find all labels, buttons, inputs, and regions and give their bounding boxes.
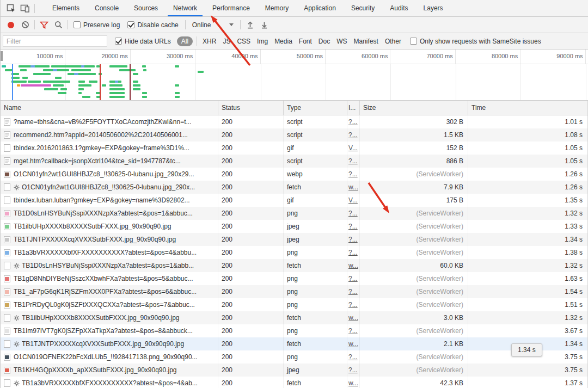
request-row[interactable]: TB1D0sLnHSYBuNjSspiXXXNzpXa?abtest=&pos=…	[1, 259, 587, 272]
filter-type-xhr[interactable]: XHR	[199, 38, 219, 45]
filter-type-font[interactable]: Font	[296, 38, 315, 45]
filter-type-other[interactable]: Other	[382, 38, 405, 45]
device-toolbar-icon[interactable]	[18, 2, 32, 15]
request-name-cell[interactable]: TB1TJNTPXXXXXcqXVXXSutbFXXX.jpg_90x90q90…	[1, 233, 218, 246]
request-name-cell[interactable]: recommend2.htm?appId=20140506002%2C20140…	[1, 128, 218, 141]
initiator-link[interactable]: V...	[348, 144, 358, 152]
request-name-cell[interactable]: O1CN019OFNEK22bFcXdLUb5_!!928417138.png_…	[1, 350, 218, 364]
request-name-cell[interactable]: TB1a3bVRXXXXXbfXFXXXXXXXXXX?abtest=&pos=…	[1, 246, 218, 259]
tab-network[interactable]: Network	[166, 0, 205, 16]
clear-button[interactable]	[18, 19, 32, 32]
initiator-link[interactable]: ?...	[348, 366, 358, 374]
column-header-type[interactable]: Type	[284, 101, 347, 115]
tab-application[interactable]: Application	[296, 0, 344, 16]
request-row[interactable]: O1CN019OFNEK22bFcXdLUb5_!!928417138.png_…	[1, 350, 587, 364]
tab-sources[interactable]: Sources	[126, 0, 166, 16]
request-name-cell[interactable]: TB1gD8NhDIYBeNjSszcXXbwhFXa?abtest=&pos=…	[1, 272, 218, 285]
request-row[interactable]: TB1TJNTPXXXXXcqXVXXSutbFXXX.jpg_90x90q90…	[1, 233, 587, 246]
request-row[interactable]: tbindex.2016201863.1?gmkey=EXP&gokey=fra…	[1, 141, 587, 155]
request-row[interactable]: tbindex.luban.luban?gmkey=EXP&gokey=name…	[1, 194, 587, 207]
initiator-link[interactable]: ?...	[348, 275, 358, 282]
request-row[interactable]: TB1PrRDyQL0gK0jSZFtXXXQCXXa?abtest=&pos=…	[1, 298, 587, 311]
request-row[interactable]: TB1TJNTPXXXXXcqXVXXSutbFXXX.jpg_90x90q90…	[1, 337, 587, 350]
initiator-link[interactable]: w...	[348, 340, 358, 348]
initiator-link[interactable]: V...	[348, 196, 358, 204]
request-row[interactable]: TB1_aF7pG6qK1RjSZFmXXX0PFXa?abtest=&pos=…	[1, 285, 587, 298]
filter-type-all[interactable]: All	[177, 36, 193, 46]
initiator-link[interactable]: ?...	[348, 157, 358, 165]
request-row[interactable]: O1CN01yfn2wt1GUI8HBJZc8_!!30625-0-lubanu…	[1, 168, 587, 181]
filter-type-manifest[interactable]: Manifest	[351, 38, 382, 45]
initiator-link[interactable]: ?...	[348, 210, 358, 217]
search-icon[interactable]	[51, 19, 65, 32]
column-header-i[interactable]: I...	[347, 101, 360, 115]
request-row[interactable]: recommend2.htm?appId=20140506002%2C20140…	[1, 128, 587, 141]
column-header-name[interactable]: Name	[1, 101, 218, 115]
tab-layers[interactable]: Layers	[416, 0, 451, 16]
inspect-element-icon[interactable]	[4, 2, 18, 15]
request-row[interactable]: mget.htm?callback=jsonpXctrl104&tce_sid=…	[1, 155, 587, 168]
request-row[interactable]: TB1a3bVRXXXXXbfXFXXXXXXXXXX?abtest=&pos=…	[1, 246, 587, 259]
initiator-link[interactable]: ?...	[348, 353, 358, 361]
request-name-cell[interactable]: TB1Im97IVT7gK0jSZFpXXaTkpXa?abtest=&pos=…	[1, 324, 218, 337]
request-name-cell[interactable]: O1CN01yfn2wt1GUI8HBJZc8_!!30625-0-lubanu…	[1, 181, 218, 194]
request-name-cell[interactable]: TB1D0sLnHSYBuNjSspiXXXNzpXa?abtest=&pos=…	[1, 207, 218, 220]
initiator-link[interactable]: ?...	[348, 236, 358, 243]
initiator-link[interactable]: w...	[348, 262, 358, 269]
initiator-link[interactable]: ?...	[348, 170, 358, 178]
filter-type-doc[interactable]: Doc	[315, 38, 333, 45]
initiator-link[interactable]: w...	[348, 314, 358, 322]
preserve-log-checkbox[interactable]	[74, 21, 81, 28]
request-name-cell[interactable]: TB1KH4GQpXXXXb_apXXSutbFXXX.jpg_90x90q90…	[1, 364, 218, 377]
request-row[interactable]: ?name=tbhs&cna=vB%2F5FOYTTXoCAcomzjthZKw…	[1, 115, 587, 128]
filter-toggle-icon[interactable]	[37, 19, 51, 32]
request-name-cell[interactable]: mget.htm?callback=jsonpXctrl104&tce_sid=…	[1, 155, 218, 168]
filter-type-js[interactable]: JS	[219, 38, 234, 45]
request-name-cell[interactable]: TB1D0sLnHSYBuNjSspiXXXNzpXa?abtest=&pos=…	[1, 259, 218, 272]
initiator-link[interactable]: ?...	[348, 223, 358, 230]
initiator-link[interactable]: ?...	[348, 288, 358, 295]
initiator-link[interactable]: ?...	[348, 118, 358, 126]
request-name-cell[interactable]: TB1TJNTPXXXXXcqXVXXSutbFXXX.jpg_90x90q90…	[1, 337, 218, 350]
throttling-dropdown[interactable]: Online	[188, 21, 238, 29]
column-header-status[interactable]: Status	[218, 101, 284, 115]
tab-audits[interactable]: Audits	[382, 0, 415, 16]
tab-performance[interactable]: Performance	[205, 0, 258, 16]
request-name-cell[interactable]: tbindex.luban.luban?gmkey=EXP&gokey=name…	[1, 194, 218, 207]
request-row[interactable]: TB1D0sLnHSYBuNjSspiXXXNzpXa?abtest=&pos=…	[1, 207, 587, 220]
request-name-cell[interactable]: tbindex.2016201863.1?gmkey=EXP&gokey=fra…	[1, 141, 218, 155]
request-name-cell[interactable]: TB1a3bVRXXXXXbfXFXXXXXXXXXX?abtest=&pos=…	[1, 377, 218, 388]
tab-elements[interactable]: Elements	[45, 0, 87, 16]
request-row[interactable]: TB1Im97IVT7gK0jSZFpXXaTkpXa?abtest=&pos=…	[1, 324, 587, 337]
request-name-cell[interactable]: TB1_aF7pG6qK1RjSZFmXXX0PFXa?abtest=&pos=…	[1, 285, 218, 298]
filter-type-ws[interactable]: WS	[333, 38, 350, 45]
request-row[interactable]: TB1ilbUHpXXXXb8XXXXSutbFXXX.jpg_90x90q90…	[1, 220, 587, 233]
request-row[interactable]: TB1KH4GQpXXXXb_apXXSutbFXXX.jpg_90x90q90…	[1, 364, 587, 377]
initiator-link[interactable]: w...	[348, 379, 358, 387]
column-header-size[interactable]: Size	[360, 101, 468, 115]
request-name-cell[interactable]: ?name=tbhs&cna=vB%2F5FOYTTXoCAcomzjthZKw…	[1, 115, 218, 128]
initiator-link[interactable]: w...	[348, 183, 358, 191]
request-name-cell[interactable]: O1CN01yfn2wt1GUI8HBJZc8_!!30625-0-lubanu…	[1, 168, 218, 181]
request-row[interactable]: TB1ilbUHpXXXXb8XXXXSutbFXXX.jpg_90x90q90…	[1, 311, 587, 324]
export-har-icon[interactable]	[257, 19, 271, 32]
disable-cache-checkbox[interactable]	[127, 21, 134, 28]
filter-type-img[interactable]: Img	[254, 38, 271, 45]
filter-input[interactable]	[3, 35, 107, 47]
request-name-cell[interactable]: TB1ilbUHpXXXXb8XXXXSutbFXXX.jpg_90x90q90…	[1, 311, 218, 324]
column-header-time[interactable]: Time	[468, 101, 588, 115]
record-button[interactable]	[4, 19, 18, 32]
filter-type-media[interactable]: Media	[271, 38, 296, 45]
request-row[interactable]: TB1a3bVRXXXXXbfXFXXXXXXXXXX?abtest=&pos=…	[1, 377, 587, 388]
request-name-cell[interactable]: TB1PrRDyQL0gK0jSZFtXXXQCXXa?abtest=&pos=…	[1, 298, 218, 311]
tab-memory[interactable]: Memory	[258, 0, 296, 16]
initiator-link[interactable]: ?...	[348, 327, 358, 335]
samesite-checkbox[interactable]	[410, 38, 417, 45]
import-har-icon[interactable]	[243, 19, 257, 32]
request-row[interactable]: O1CN01yfn2wt1GUI8HBJZc8_!!30625-0-lubanu…	[1, 181, 587, 194]
request-name-cell[interactable]: TB1ilbUHpXXXXb8XXXXSutbFXXX.jpg_90x90q90…	[1, 220, 218, 233]
tab-console[interactable]: Console	[87, 0, 126, 16]
initiator-link[interactable]: ?...	[348, 249, 358, 256]
initiator-link[interactable]: ?...	[348, 131, 358, 139]
waterfall-overview[interactable]	[1, 64, 588, 101]
